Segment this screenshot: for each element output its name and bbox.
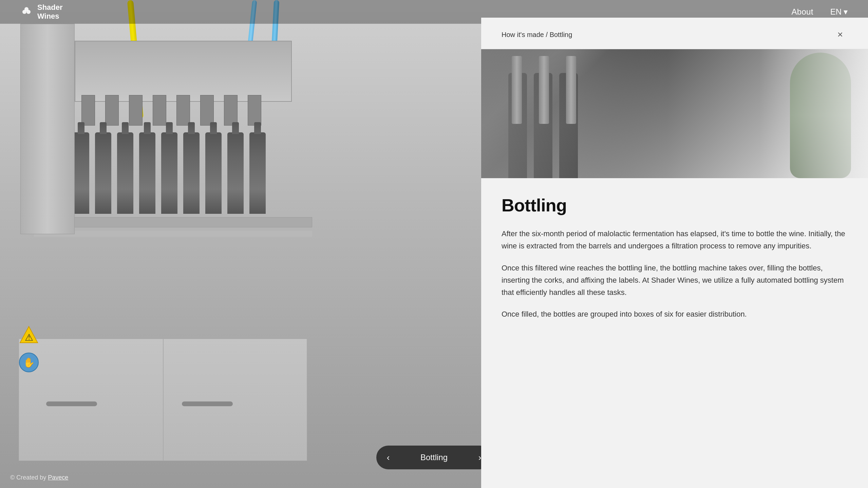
credit-link[interactable]: Pavece [48,474,68,481]
nozzle [200,95,214,126]
nav-pill: ‹ Bottling › [376,446,492,469]
conveyor-rail-2 [34,231,312,237]
nozzle [105,95,119,126]
panel-img-nozzle-2 [539,56,549,124]
footer-credit: © Created by Pavece [10,474,68,481]
warning-triangle-sign: ⚠ [19,325,39,345]
panel-paragraph-2: Once this filtered wine reaches the bott… [502,262,848,299]
panel-body: After the six-month period of malolactic… [502,228,848,321]
breadcrumb-separator: / [544,31,550,38]
logo-area[interactable]: Shader Wines [20,3,63,21]
panel-paragraph-1: After the six-month period of malolactic… [502,228,848,252]
bottle-6 [183,132,200,214]
bottle-2 [95,132,111,214]
nozzle [248,95,261,126]
bottle-5 [161,132,177,214]
svg-text:✋: ✋ [23,357,35,368]
nav-links: About EN ▾ [791,7,848,17]
nozzle [81,95,95,126]
logo-icon [20,6,33,18]
cabinet [19,339,307,461]
bottle-7 [205,132,222,214]
bottle-3 [117,132,133,214]
bottle-1 [73,132,89,214]
close-button[interactable]: × [833,27,848,42]
machine-arm [75,41,292,102]
credit-prefix: © Created by [10,474,46,481]
warning-hand-sign: ✋ [19,352,39,373]
prev-button[interactable]: ‹ [376,446,400,469]
bottle-8 [227,132,244,214]
panel-img-nozzle-1 [512,56,522,124]
nozzle [129,95,143,126]
panel-title: Bottling [502,195,848,215]
logo-text: Shader Wines [37,3,63,21]
cabinet-handle-right [182,401,233,406]
bottom-navigation: ‹ Bottling › [376,446,492,469]
panel-image [481,49,868,178]
breadcrumb-current: Bottling [550,31,572,38]
language-selector[interactable]: EN ▾ [830,7,848,17]
bottle-4 [139,132,155,214]
panel-header: How it's made / Bottling × [481,18,868,49]
machine-frame-left [20,24,75,234]
breadcrumb: How it's made / Bottling [502,31,572,39]
lang-label: EN [830,7,842,17]
panel-img-nozzle-3 [566,56,576,124]
bottle-9 [249,132,266,214]
about-link[interactable]: About [791,7,813,17]
panel-paragraph-3: Once filled, the bottles are grouped int… [502,308,848,320]
conveyor-rail [34,217,312,227]
chevron-down-icon: ▾ [844,7,848,17]
nozzle [176,95,190,126]
panel-img-window [759,49,868,178]
info-panel: How it's made / Bottling × Bottling Afte… [481,18,868,488]
svg-point-6 [24,7,29,11]
panel-content: Bottling After the six-month period of m… [481,178,868,338]
nozzle [153,95,166,126]
breadcrumb-parent: How it's made [502,31,544,38]
cabinet-handle-left [46,401,97,406]
nozzle [224,95,238,126]
current-section-label: Bottling [400,453,468,462]
svg-text:⚠: ⚠ [25,332,33,343]
